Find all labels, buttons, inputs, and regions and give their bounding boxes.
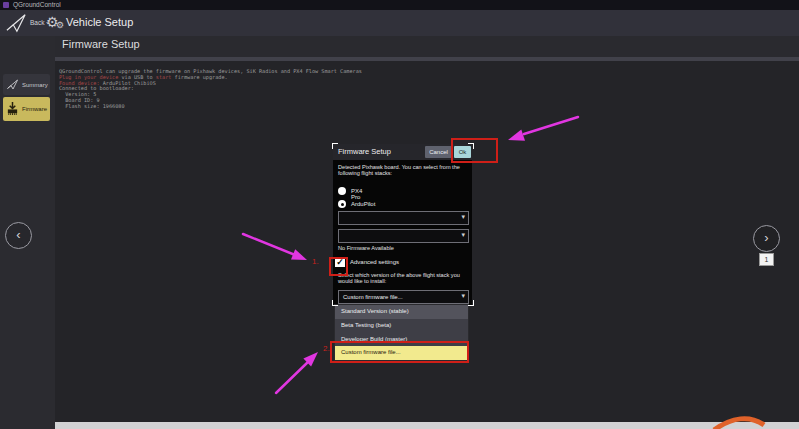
annotation-rect-ok: [451, 138, 498, 163]
advanced-settings-row: ✓ Advanced settings: [333, 257, 472, 269]
qgroundcontrol-window: QGroundControl Back < ⚙ ⚙ Vehicle Setup …: [0, 0, 799, 429]
sidebar-item-label: Firmware: [22, 106, 47, 112]
qgc-plane-logo-icon: [5, 13, 27, 33]
annotation-rect-custom-firmware: [330, 341, 469, 363]
annotation-rect-checkbox: [329, 257, 348, 276]
chevron-down-icon: ▾: [461, 292, 465, 300]
annotation-step-2: 2.: [323, 344, 330, 353]
toolbar-title: Vehicle Setup: [66, 16, 133, 28]
firmware-version-combo[interactable]: Custom firmware file... ▾: [338, 290, 469, 304]
bottom-bar: [55, 422, 799, 429]
toolbar: Back < ⚙ ⚙ Vehicle Setup: [0, 10, 799, 36]
dialog-title: Firmware Setup: [338, 144, 391, 160]
radio-selected-icon: [338, 200, 346, 208]
chevron-down-icon: ▾: [461, 213, 465, 221]
dialog-corner-mark: [468, 300, 474, 306]
dropdown-option[interactable]: Beta Testing (beta): [335, 319, 468, 333]
window-title: QGroundControl: [13, 0, 61, 10]
firmware-chip-icon: [6, 101, 19, 116]
advanced-settings-label: Advanced settings: [350, 259, 399, 265]
chevron-left-icon: ‹: [16, 227, 20, 242]
prev-page-button[interactable]: ‹: [5, 222, 32, 249]
page-indicator-badge: 1: [759, 253, 774, 266]
sidebar-item-firmware[interactable]: Firmware: [3, 97, 50, 121]
radio-circle-icon: [338, 187, 346, 195]
next-page-button[interactable]: ›: [753, 225, 780, 252]
no-firmware-label: No Firmware Available: [338, 245, 468, 251]
combo-value: Custom firmware file...: [343, 291, 403, 303]
chevron-down-icon: ▾: [461, 231, 465, 239]
flight-stack-combo-1[interactable]: ▾: [338, 211, 469, 225]
sidebar-item-summary[interactable]: Summary: [3, 74, 50, 95]
window-titlebar: QGroundControl: [0, 0, 799, 10]
sidebar-item-label: Summary: [22, 82, 48, 88]
firmware-log: QGroundControl can upgrade the firmware …: [59, 69, 619, 110]
summary-plane-icon: [6, 79, 19, 90]
dialog-corner-mark: [332, 300, 338, 306]
flight-stack-combo-2[interactable]: ▾: [338, 229, 469, 243]
cancel-button[interactable]: Cancel: [425, 146, 452, 158]
radio-label: PX4 Pro: [351, 188, 362, 200]
app-icon: [3, 2, 9, 8]
version-prompt-text: Select which version of the above flight…: [338, 272, 468, 285]
firmware-setup-dialog: Firmware Setup Cancel Ok Detected Pixhaw…: [333, 144, 472, 306]
dialog-corner-mark: [332, 143, 338, 149]
gear-icon-small: ⚙: [56, 20, 64, 30]
dialog-intro-text: Detected Pixhawk board. You can select f…: [338, 164, 468, 177]
log-line: Flash size: 1966080: [59, 104, 619, 110]
radio-label: ArduPilot: [351, 201, 375, 207]
chevron-right-icon: ›: [764, 230, 768, 245]
page-title: Firmware Setup: [62, 38, 140, 50]
annotation-step-1: 1.: [312, 257, 319, 266]
dropdown-option[interactable]: Standard Version (stable): [335, 305, 468, 319]
